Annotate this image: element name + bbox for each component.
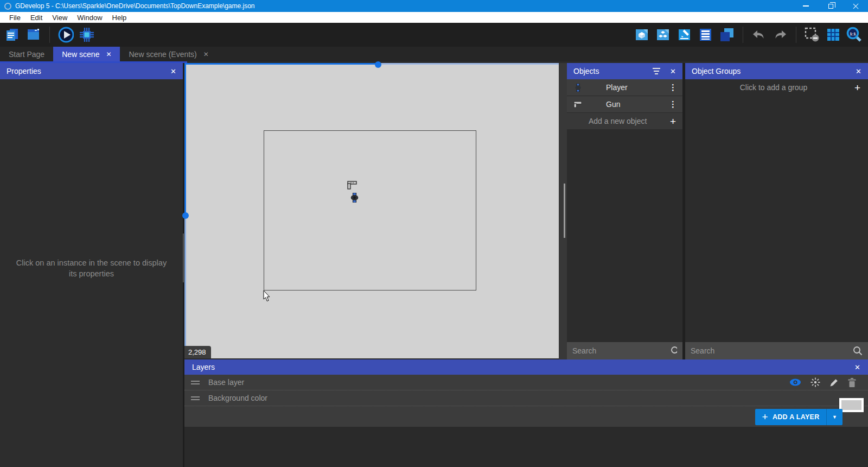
- chevron-down-icon: ▼: [832, 414, 837, 420]
- tab-start-page[interactable]: Start Page: [0, 47, 53, 61]
- restore-button[interactable]: [818, 0, 843, 12]
- add-new-object-button[interactable]: Add a new object +: [567, 113, 682, 129]
- toolbar: 1:1: [0, 23, 868, 47]
- close-window-button[interactable]: [843, 0, 868, 12]
- gun-instance[interactable]: [347, 179, 358, 190]
- redo-button[interactable]: [772, 27, 788, 43]
- scene-canvas[interactable]: 2,298: [184, 63, 559, 358]
- svg-text:1:1: 1:1: [850, 31, 856, 36]
- objects-panel-title: Objects: [573, 67, 599, 75]
- open-objects-editor-button[interactable]: [634, 27, 650, 43]
- minimize-button[interactable]: [793, 0, 818, 12]
- close-properties-icon[interactable]: ✕: [170, 67, 176, 75]
- selection-border-left: [184, 63, 186, 216]
- object-name: Player: [606, 83, 628, 92]
- object-row-gun[interactable]: Gun ⋮: [567, 96, 682, 113]
- add-layer-label: ADD A LAYER: [773, 413, 820, 421]
- scene-properties-icon: [677, 27, 692, 42]
- properties-panel-header: Properties ✕: [0, 63, 183, 79]
- layers-panel: Layers ✕ Base layer: [184, 359, 868, 467]
- objects-search-input[interactable]: [572, 346, 671, 355]
- layers-panel-title: Layers: [192, 363, 215, 371]
- open-properties-button[interactable]: [676, 27, 693, 43]
- toggle-grid-button[interactable]: [825, 27, 841, 43]
- layer-name: Base layer: [208, 378, 244, 387]
- resize-handle-left[interactable]: [182, 212, 189, 219]
- object-row-player[interactable]: Player ⋮: [567, 79, 682, 96]
- add-group-button[interactable]: Click to add a group +: [685, 79, 868, 96]
- menu-window[interactable]: Window: [72, 12, 107, 23]
- resize-handle-top[interactable]: [375, 61, 381, 68]
- properties-empty-message: Click on an instance in the scene to dis…: [0, 257, 183, 279]
- drag-handle-icon[interactable]: [191, 381, 200, 384]
- zoom-original-button[interactable]: 1:1: [846, 27, 863, 43]
- start-page-button[interactable]: [25, 27, 42, 43]
- close-tab-icon[interactable]: ✕: [203, 51, 209, 58]
- menu-file[interactable]: File: [4, 12, 25, 23]
- undo-icon: [751, 27, 767, 42]
- drag-handle-icon[interactable]: [191, 396, 200, 400]
- project-manager-icon: [5, 27, 20, 42]
- game-window-border: [264, 130, 476, 291]
- player-instance[interactable]: [350, 193, 359, 203]
- layer-effects-icon[interactable]: [810, 377, 820, 387]
- status-badge: 2,298: [184, 346, 211, 358]
- close-object-groups-icon[interactable]: ✕: [856, 67, 861, 75]
- properties-panel-title: Properties: [7, 67, 41, 75]
- project-manager-button[interactable]: [4, 27, 21, 43]
- scene-window-icon: [26, 27, 41, 42]
- menu-help[interactable]: Help: [107, 12, 132, 23]
- undo-button[interactable]: [751, 27, 767, 43]
- toolbar-separator: [743, 27, 743, 43]
- tab-new-scene-events[interactable]: New scene (Events) ✕: [120, 47, 217, 61]
- close-icon: [853, 3, 859, 9]
- mask-selection-icon: [804, 27, 820, 43]
- selection-border-top-light: [378, 63, 559, 65]
- instances-list-icon: [719, 27, 735, 42]
- close-layers-icon[interactable]: ✕: [854, 363, 860, 371]
- properties-panel: Properties ✕ Click on an instance in the…: [0, 63, 183, 467]
- add-layer-button[interactable]: + ADD A LAYER ▼: [755, 409, 843, 425]
- play-icon: [58, 26, 74, 43]
- object-menu-icon[interactable]: ⋮: [669, 99, 677, 109]
- objects-panel-header: Objects ✕: [567, 63, 682, 79]
- objects-panel: Objects ✕ Player ⋮ Gun ⋮ Add a new objec…: [567, 63, 682, 359]
- add-layer-dropdown[interactable]: ▼: [826, 409, 843, 425]
- plus-icon: +: [854, 83, 860, 93]
- layer-row-background-color[interactable]: Background color: [184, 390, 868, 406]
- edit-layer-pencil-icon[interactable]: [829, 378, 839, 387]
- background-color-swatch[interactable]: [839, 398, 864, 412]
- player-object-icon: [572, 84, 583, 92]
- close-objects-icon[interactable]: ✕: [670, 67, 676, 75]
- groups-search-input[interactable]: [691, 346, 853, 355]
- toggle-mask-button[interactable]: [804, 27, 820, 43]
- delete-layer-trash-icon[interactable]: [848, 378, 856, 387]
- close-tab-icon[interactable]: ✕: [106, 51, 111, 58]
- search-icon: [671, 346, 677, 356]
- open-instances-list-button[interactable]: [719, 27, 735, 43]
- selection-border-left-light: [184, 216, 186, 358]
- scrollbar-thumb[interactable]: [564, 184, 565, 238]
- minimize-icon: [803, 5, 809, 7]
- debugger-button[interactable]: [79, 27, 95, 43]
- tab-new-scene[interactable]: New scene ✕: [53, 47, 120, 61]
- gun-object-icon: [572, 100, 583, 108]
- plus-icon: +: [670, 116, 676, 127]
- debugger-chip-icon: [79, 27, 95, 43]
- open-object-groups-button[interactable]: [655, 27, 672, 43]
- open-layers-list-button[interactable]: [698, 27, 714, 43]
- menu-view[interactable]: View: [47, 12, 72, 23]
- filter-icon[interactable]: [653, 68, 660, 74]
- restore-icon: [828, 4, 833, 9]
- zoom-1-1-icon: 1:1: [846, 27, 863, 43]
- menu-edit[interactable]: Edit: [25, 12, 47, 23]
- layer-row-base[interactable]: Base layer: [184, 375, 868, 390]
- object-menu-icon[interactable]: ⋮: [669, 83, 677, 92]
- objects-editor-icon: [635, 27, 650, 42]
- layers-list-icon: [698, 27, 713, 42]
- object-groups-panel-header: Object Groups ✕: [685, 63, 868, 79]
- plus-icon: +: [762, 411, 768, 423]
- visibility-eye-icon[interactable]: [789, 378, 801, 386]
- preview-play-button[interactable]: [58, 27, 74, 43]
- canvas-scrollbar[interactable]: [559, 63, 567, 359]
